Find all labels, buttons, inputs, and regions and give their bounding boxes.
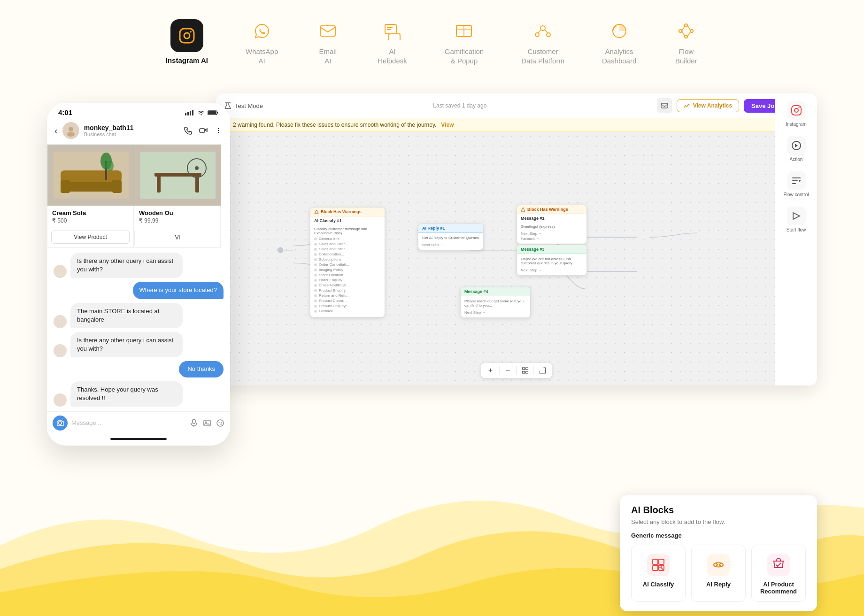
svg-rect-71 bbox=[653, 559, 658, 564]
svg-point-19 bbox=[685, 35, 687, 38]
sidebar-tool-instagram[interactable]: Instagram bbox=[786, 101, 806, 127]
msg-bubble-1: Is there any other query i can assist yo… bbox=[70, 253, 183, 278]
expand-button[interactable] bbox=[537, 365, 548, 376]
main-content: 4:01 ‹ monkey_bath11 Business chat bbox=[0, 84, 864, 455]
chat-area: Is there any other query i can assist yo… bbox=[47, 248, 230, 411]
message-node-4[interactable]: Message #4 Please reach out get some res… bbox=[460, 287, 531, 318]
ai-reply-card[interactable]: AI Reply bbox=[691, 545, 746, 602]
sidebar-instagram-icon bbox=[787, 101, 806, 120]
message-5: No thanks bbox=[54, 361, 224, 377]
svg-rect-28 bbox=[192, 110, 193, 116]
instagram-icon bbox=[170, 19, 203, 52]
chat-name: monkey_bath11 bbox=[84, 124, 179, 131]
message-3: The main STORE is located at bangalore bbox=[54, 303, 224, 328]
nav-item-flow[interactable]: FlowBuilder bbox=[674, 19, 698, 65]
input-actions bbox=[190, 419, 224, 427]
nav-label-email: EmailAI bbox=[319, 47, 337, 65]
message-node-1[interactable]: Block Has Warnings Message #1 Greetings!… bbox=[517, 205, 587, 244]
svg-rect-48 bbox=[195, 176, 199, 192]
ai-reply-node[interactable]: AI Reply #1 Get AI Reply to Customer Que… bbox=[418, 223, 484, 250]
nav-item-whatsapp[interactable]: WhatsAppAI bbox=[246, 19, 278, 65]
product-image-wooden bbox=[134, 145, 221, 206]
chat-actions bbox=[184, 126, 223, 135]
status-bar: 4:01 bbox=[47, 103, 230, 118]
svg-line-22 bbox=[682, 31, 685, 36]
product-info-cream-sofa: Cream Sofa ₹ 500 bbox=[47, 206, 133, 228]
svg-point-34 bbox=[218, 128, 219, 129]
ai-classify-icon bbox=[647, 554, 670, 576]
svg-rect-72 bbox=[659, 559, 664, 564]
svg-point-20 bbox=[690, 30, 693, 32]
msg-bubble-6: Thanks, Hope your query was resolved !! bbox=[70, 381, 183, 407]
fit-screen-button[interactable] bbox=[520, 365, 531, 376]
product-info-wooden: Wooden Ou ₹ 99.99 bbox=[134, 206, 220, 228]
nav-label-flow: FlowBuilder bbox=[675, 47, 697, 65]
sidebar-tool-flow-control[interactable]: Flow control bbox=[784, 171, 809, 197]
nav-item-instagram[interactable]: Instagram AI bbox=[166, 19, 208, 65]
back-button[interactable]: ‹ bbox=[54, 125, 58, 136]
zoom-controls: + − bbox=[481, 363, 552, 378]
ai-blocks-panel: AI Blocks Select any block to add to the… bbox=[620, 495, 817, 611]
message-input[interactable]: Message... bbox=[71, 419, 186, 426]
nav-item-email[interactable]: EmailAI bbox=[316, 19, 340, 65]
svg-rect-46 bbox=[154, 173, 201, 177]
ai-classify-node[interactable]: Block Has Warnings AI Classify #1 Classi… bbox=[310, 207, 385, 317]
helpdesk-icon bbox=[380, 19, 405, 43]
flow-toolbar: Test Mode Last saved 1 day ago View Anal… bbox=[216, 93, 817, 118]
node-body-msg4: Please reach out get some rest you can f… bbox=[461, 296, 530, 317]
product-cards: Cream Sofa ₹ 500 View Product bbox=[47, 144, 230, 248]
svg-rect-39 bbox=[61, 170, 122, 182]
email-icon-button[interactable] bbox=[657, 98, 672, 113]
msg-bubble-3: The main STORE is located at bangalore bbox=[70, 303, 183, 328]
msg-avatar-1 bbox=[54, 265, 67, 278]
flow-icon bbox=[674, 19, 698, 43]
camera-button[interactable] bbox=[53, 416, 68, 431]
node-header-msg1: Block Has Warnings bbox=[517, 205, 586, 214]
nav-item-helpdesk[interactable]: AIHelpdesk bbox=[378, 19, 407, 65]
warning-text: 2 warning found. Please fix these issues… bbox=[233, 122, 436, 128]
ai-product-card[interactable]: AI Product Recommend bbox=[751, 545, 806, 602]
ai-blocks-subtitle: Select any block to add to the flow. bbox=[631, 518, 806, 525]
svg-point-1 bbox=[184, 33, 190, 38]
svg-point-2 bbox=[190, 31, 192, 33]
gamification-icon bbox=[452, 19, 476, 43]
view-analytics-button[interactable]: View Analytics bbox=[677, 99, 739, 112]
ai-classify-label: AI Classify bbox=[643, 581, 674, 588]
svg-rect-64 bbox=[526, 368, 528, 370]
nav-item-gamification[interactable]: Gamification& Popup bbox=[445, 19, 484, 65]
last-saved-text: Last saved 1 day ago bbox=[270, 102, 649, 109]
message-node-3[interactable]: Message #3 Oops! We are not able to Find… bbox=[517, 245, 587, 276]
msg-bubble-2: Where is your store located? bbox=[133, 282, 224, 299]
svg-point-55 bbox=[205, 422, 207, 423]
svg-point-13 bbox=[547, 33, 550, 37]
svg-point-56 bbox=[217, 420, 224, 426]
zoom-out-button[interactable]: − bbox=[502, 365, 514, 376]
view-product-button-wooden[interactable]: Vi bbox=[134, 231, 220, 245]
svg-rect-41 bbox=[112, 180, 122, 193]
svg-rect-26 bbox=[187, 112, 189, 116]
msg-avatar-3 bbox=[54, 315, 67, 328]
svg-rect-47 bbox=[157, 176, 161, 192]
ai-classify-card[interactable]: AI Classify bbox=[631, 545, 686, 602]
warning-view-link[interactable]: View bbox=[441, 122, 454, 128]
svg-point-50 bbox=[195, 166, 199, 170]
flow-panel: Test Mode Last saved 1 day ago View Anal… bbox=[216, 93, 817, 385]
sidebar-flow-control-icon bbox=[787, 171, 806, 190]
sidebar-tool-action[interactable]: Action bbox=[787, 136, 806, 162]
zoom-in-button[interactable]: + bbox=[485, 365, 496, 376]
msg-avatar-4 bbox=[54, 344, 67, 357]
nav-label-cdp: CustomerData Platform bbox=[521, 47, 564, 65]
sidebar-tool-label-action: Action bbox=[790, 157, 803, 162]
view-product-button-cream-sofa[interactable]: View Product bbox=[51, 231, 130, 244]
nav-label-helpdesk: AIHelpdesk bbox=[378, 47, 407, 65]
product-card-cream-sofa: Cream Sofa ₹ 500 View Product bbox=[47, 144, 134, 248]
svg-rect-3 bbox=[320, 26, 335, 36]
nav-item-analytics[interactable]: AnalyticsDashboard bbox=[602, 19, 636, 65]
sidebar-tool-start-flow[interactable]: Start flow bbox=[787, 207, 806, 232]
node-header-classify: Block Has Warnings bbox=[310, 208, 385, 216]
svg-point-68 bbox=[795, 108, 798, 112]
flow-canvas[interactable]: Block Has Warnings AI Classify #1 Classi… bbox=[216, 132, 817, 385]
svg-rect-63 bbox=[523, 368, 525, 370]
nav-item-cdp[interactable]: CustomerData Platform bbox=[521, 19, 564, 65]
ai-reply-label: AI Reply bbox=[706, 581, 731, 588]
